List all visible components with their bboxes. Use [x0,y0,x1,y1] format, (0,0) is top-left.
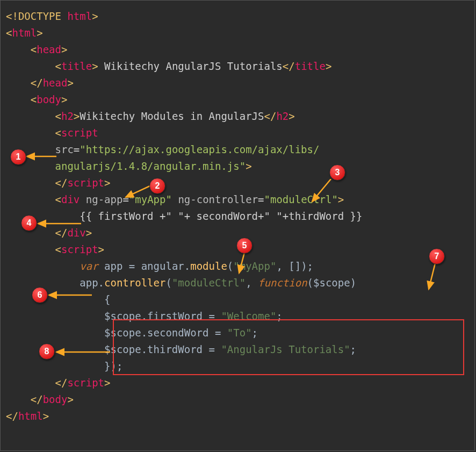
marker-4: 4 [21,215,37,231]
code: <! [6,10,18,22]
marker-5: 5 [236,238,253,254]
marker-7: 7 [429,248,445,264]
marker-8: 8 [39,343,55,360]
marker-3: 3 [329,164,345,181]
highlight-box-8 [113,319,464,375]
code-editor: <!DOCTYPE html> <html> <head> <title> Wi… [0,0,475,451]
marker-1: 1 [10,149,26,165]
marker-6: 6 [32,287,48,303]
marker-2: 2 [149,178,165,194]
